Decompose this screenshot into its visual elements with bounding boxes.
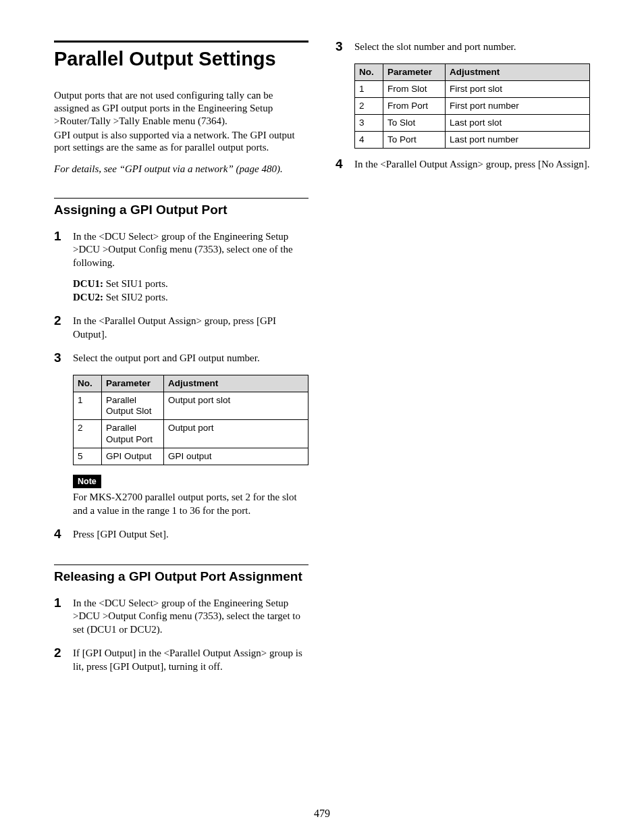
- dcu1-label: DCU1:: [73, 278, 103, 289]
- th-param: Parameter: [102, 375, 164, 392]
- cell-no: 1: [355, 80, 383, 97]
- cell-param: From Slot: [383, 80, 446, 97]
- cell-adj: Output port slot: [164, 392, 308, 420]
- step-number: 3: [336, 38, 343, 55]
- cell-adj: Output port: [164, 420, 308, 448]
- cell-no: 2: [74, 420, 102, 448]
- th-adj: Adjustment: [164, 375, 308, 392]
- cell-adj: First port number: [446, 97, 590, 114]
- th-no: No.: [355, 63, 383, 80]
- cell-no: 4: [355, 132, 383, 149]
- cell-adj: Last port slot: [446, 115, 590, 132]
- release-step-1: In the <DCU Select> group of the Enginee…: [54, 597, 308, 637]
- cell-param: To Port: [383, 132, 446, 149]
- cell-param: To Slot: [383, 115, 446, 132]
- cell-param: GPI Output: [102, 448, 164, 465]
- cell-adj: Last port number: [446, 132, 590, 149]
- section-heading-assign: Assigning a GPI Output Port: [54, 203, 308, 218]
- assign-step-4: Press [GPI Output Set].: [54, 528, 308, 542]
- page-number: 479: [0, 808, 644, 820]
- cell-adj: First port slot: [446, 80, 590, 97]
- step-text: In the <Parallel Output Assign> group, p…: [354, 159, 590, 169]
- cell-param: Parallel Output Port: [102, 420, 164, 448]
- table-row: 2 From Port First port number: [355, 97, 590, 114]
- section-heading-release: Releasing a GPI Output Port Assignment: [54, 569, 308, 585]
- release-step-2: If [GPI Output] in the <Parallel Output …: [54, 647, 308, 673]
- cross-reference: For details, see “GPI output via a netwo…: [54, 163, 308, 175]
- note-label: Note: [73, 475, 101, 488]
- step-text: Select the slot number and port number.: [354, 41, 516, 52]
- release-step-4: 4 In the <Parallel Output Assign> group,…: [336, 158, 590, 172]
- table-row: 2 Parallel Output Port Output port: [74, 420, 308, 448]
- table-row: 4 To Port Last port number: [355, 132, 590, 149]
- th-adj: Adjustment: [446, 63, 590, 80]
- table-row: 1 Parallel Output Slot Output port slot: [74, 392, 308, 420]
- right-column: 3 Select the slot number and port number…: [336, 41, 590, 684]
- dcu2-text: Set SIU2 ports.: [103, 292, 168, 303]
- step-text: If [GPI Output] in the <Parallel Output …: [73, 648, 302, 672]
- step-text: In the <Parallel Output Assign> group, p…: [73, 315, 276, 340]
- assign-step-3: Select the output port and GPI output nu…: [54, 352, 308, 517]
- cell-param: From Port: [383, 97, 446, 114]
- left-column: Parallel Output Settings Output ports th…: [54, 41, 308, 684]
- intro-paragraph-2: GPI output is also supported via a netwo…: [54, 129, 308, 155]
- page-title: Parallel Output Settings: [54, 48, 308, 70]
- table-row: 5 GPI Output GPI output: [74, 448, 308, 465]
- th-param: Parameter: [383, 63, 446, 80]
- release-step-3: 3 Select the slot number and port number…: [336, 41, 590, 149]
- intro-paragraph-1: Output ports that are not used configuri…: [54, 89, 308, 127]
- section-rule: [54, 198, 308, 199]
- release-steps-left: In the <DCU Select> group of the Enginee…: [54, 597, 308, 674]
- step-text: Select the output port and GPI output nu…: [73, 352, 260, 363]
- table-row: 3 To Slot Last port slot: [355, 115, 590, 132]
- cell-no: 3: [355, 115, 383, 132]
- step-text: Press [GPI Output Set].: [73, 529, 169, 540]
- section-rule: [54, 565, 308, 565]
- note-text: For MKS-X2700 parallel output ports, set…: [73, 491, 308, 517]
- dcu-options: DCU1: Set SIU1 ports. DCU2: Set SIU2 por…: [73, 278, 308, 304]
- dcu1-text: Set SIU1 ports.: [103, 278, 168, 289]
- dcu2-label: DCU2:: [73, 292, 103, 303]
- cell-no: 1: [74, 392, 102, 420]
- cell-adj: GPI output: [164, 448, 308, 465]
- assign-param-table: No. Parameter Adjustment 1 Parallel Outp…: [73, 375, 308, 465]
- step-number: 4: [336, 156, 343, 173]
- cell-param: Parallel Output Slot: [102, 392, 164, 420]
- assign-step-1: In the <DCU Select> group of the Enginee…: [54, 230, 308, 305]
- cell-no: 5: [74, 448, 102, 465]
- title-rule: [54, 41, 308, 43]
- release-param-table: No. Parameter Adjustment 1 From Slot Fir…: [354, 63, 590, 149]
- cell-no: 2: [355, 97, 383, 114]
- step-text: In the <DCU Select> group of the Enginee…: [73, 598, 300, 635]
- assign-steps: In the <DCU Select> group of the Enginee…: [54, 230, 308, 542]
- assign-step-2: In the <Parallel Output Assign> group, p…: [54, 315, 308, 341]
- th-no: No.: [74, 375, 102, 392]
- step-text: In the <DCU Select> group of the Enginee…: [73, 231, 293, 268]
- table-row: 1 From Slot First port slot: [355, 80, 590, 97]
